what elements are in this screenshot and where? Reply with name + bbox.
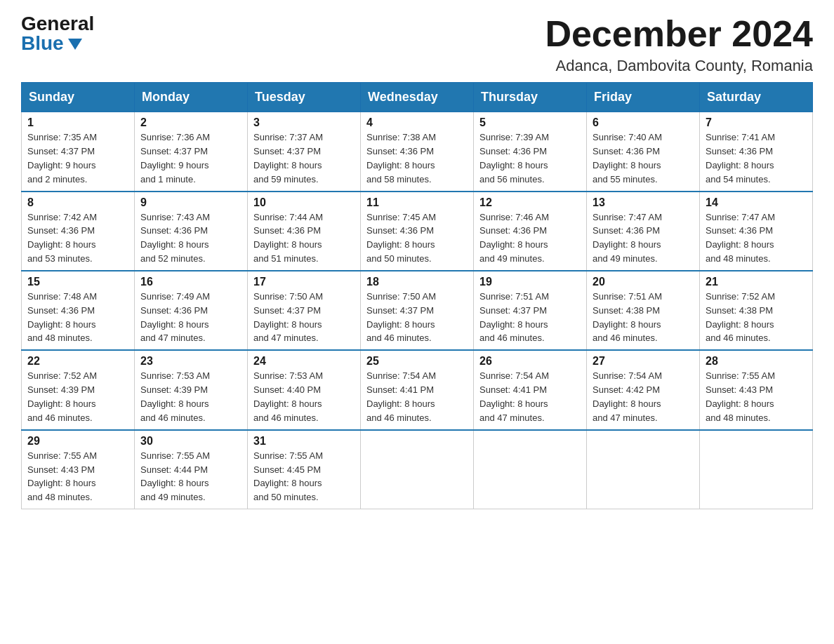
table-row: 24 Sunrise: 7:53 AMSunset: 4:40 PMDaylig… — [248, 350, 361, 429]
month-title: December 2024 — [545, 14, 813, 54]
day-info: Sunrise: 7:44 AMSunset: 4:36 PMDaylight:… — [253, 212, 323, 264]
calendar-header-row: Sunday Monday Tuesday Wednesday Thursday… — [22, 83, 813, 112]
day-info: Sunrise: 7:42 AMSunset: 4:36 PMDaylight:… — [27, 212, 97, 264]
header-monday: Monday — [135, 83, 248, 112]
table-row: 19 Sunrise: 7:51 AMSunset: 4:37 PMDaylig… — [474, 271, 587, 350]
day-number: 23 — [140, 355, 241, 368]
header-saturday: Saturday — [700, 83, 813, 112]
day-info: Sunrise: 7:43 AMSunset: 4:36 PMDaylight:… — [140, 212, 210, 264]
table-row: 25 Sunrise: 7:54 AMSunset: 4:41 PMDaylig… — [361, 350, 474, 429]
day-number: 25 — [366, 355, 468, 368]
day-info: Sunrise: 7:45 AMSunset: 4:36 PMDaylight:… — [366, 212, 436, 264]
day-info: Sunrise: 7:55 AMSunset: 4:44 PMDaylight:… — [140, 450, 210, 503]
header-tuesday: Tuesday — [248, 83, 361, 112]
table-row: 18 Sunrise: 7:50 AMSunset: 4:37 PMDaylig… — [361, 271, 474, 350]
table-row: 10 Sunrise: 7:44 AMSunset: 4:36 PMDaylig… — [248, 192, 361, 271]
calendar-week-row: 1 Sunrise: 7:35 AMSunset: 4:37 PMDayligh… — [22, 112, 813, 192]
table-row: 2 Sunrise: 7:36 AMSunset: 4:37 PMDayligh… — [135, 112, 248, 192]
day-info: Sunrise: 7:54 AMSunset: 4:41 PMDaylight:… — [479, 370, 549, 423]
table-row: 1 Sunrise: 7:35 AMSunset: 4:37 PMDayligh… — [22, 112, 135, 192]
table-row — [700, 430, 813, 509]
header-sunday: Sunday — [22, 83, 135, 112]
calendar-table: Sunday Monday Tuesday Wednesday Thursday… — [21, 82, 813, 509]
day-number: 13 — [593, 196, 694, 209]
day-number: 27 — [593, 355, 694, 368]
table-row: 23 Sunrise: 7:53 AMSunset: 4:39 PMDaylig… — [135, 350, 248, 429]
day-info: Sunrise: 7:52 AMSunset: 4:38 PMDaylight:… — [706, 291, 775, 344]
table-row: 14 Sunrise: 7:47 AMSunset: 4:36 PMDaylig… — [700, 192, 813, 271]
calendar-week-row: 29 Sunrise: 7:55 AMSunset: 4:43 PMDaylig… — [22, 430, 813, 509]
table-row: 8 Sunrise: 7:42 AMSunset: 4:36 PMDayligh… — [22, 192, 135, 271]
day-number: 1 — [27, 116, 128, 129]
day-number: 7 — [706, 116, 807, 129]
day-info: Sunrise: 7:47 AMSunset: 4:36 PMDaylight:… — [706, 212, 775, 264]
day-number: 14 — [706, 196, 807, 209]
day-number: 31 — [253, 435, 355, 448]
table-row: 13 Sunrise: 7:47 AMSunset: 4:36 PMDaylig… — [587, 192, 700, 271]
table-row: 28 Sunrise: 7:55 AMSunset: 4:43 PMDaylig… — [700, 350, 813, 429]
table-row: 6 Sunrise: 7:40 AMSunset: 4:36 PMDayligh… — [587, 112, 700, 192]
table-row: 30 Sunrise: 7:55 AMSunset: 4:44 PMDaylig… — [135, 430, 248, 509]
calendar-week-row: 22 Sunrise: 7:52 AMSunset: 4:39 PMDaylig… — [22, 350, 813, 429]
day-info: Sunrise: 7:47 AMSunset: 4:36 PMDaylight:… — [593, 212, 662, 264]
day-info: Sunrise: 7:55 AMSunset: 4:43 PMDaylight:… — [706, 370, 775, 423]
calendar-week-row: 8 Sunrise: 7:42 AMSunset: 4:36 PMDayligh… — [22, 192, 813, 271]
table-row: 9 Sunrise: 7:43 AMSunset: 4:36 PMDayligh… — [135, 192, 248, 271]
table-row: 4 Sunrise: 7:38 AMSunset: 4:36 PMDayligh… — [361, 112, 474, 192]
location-text: Adanca, Dambovita County, Romania — [545, 57, 813, 75]
day-info: Sunrise: 7:35 AMSunset: 4:37 PMDaylight:… — [27, 132, 97, 185]
logo-triangle-icon — [68, 39, 82, 50]
calendar-week-row: 15 Sunrise: 7:48 AMSunset: 4:36 PMDaylig… — [22, 271, 813, 350]
day-number: 22 — [27, 355, 128, 368]
header-wednesday: Wednesday — [361, 83, 474, 112]
logo-general-text: General — [21, 14, 94, 34]
table-row: 7 Sunrise: 7:41 AMSunset: 4:36 PMDayligh… — [700, 112, 813, 192]
day-number: 20 — [593, 276, 694, 288]
table-row — [361, 430, 474, 509]
day-info: Sunrise: 7:49 AMSunset: 4:36 PMDaylight:… — [140, 291, 210, 344]
day-number: 29 — [27, 435, 128, 448]
day-info: Sunrise: 7:41 AMSunset: 4:36 PMDaylight:… — [706, 132, 775, 185]
day-number: 10 — [253, 196, 355, 209]
day-info: Sunrise: 7:37 AMSunset: 4:37 PMDaylight:… — [253, 132, 323, 185]
table-row — [474, 430, 587, 509]
table-row: 15 Sunrise: 7:48 AMSunset: 4:36 PMDaylig… — [22, 271, 135, 350]
day-number: 24 — [253, 355, 355, 368]
day-number: 17 — [253, 276, 355, 288]
day-number: 18 — [366, 276, 468, 288]
table-row: 5 Sunrise: 7:39 AMSunset: 4:36 PMDayligh… — [474, 112, 587, 192]
day-info: Sunrise: 7:54 AMSunset: 4:41 PMDaylight:… — [366, 370, 436, 423]
table-row: 3 Sunrise: 7:37 AMSunset: 4:37 PMDayligh… — [248, 112, 361, 192]
title-section: December 2024 Adanca, Dambovita County, … — [545, 14, 813, 75]
logo: General Blue — [21, 14, 94, 53]
day-number: 21 — [706, 276, 807, 288]
day-info: Sunrise: 7:55 AMSunset: 4:45 PMDaylight:… — [253, 450, 323, 503]
table-row: 27 Sunrise: 7:54 AMSunset: 4:42 PMDaylig… — [587, 350, 700, 429]
table-row: 12 Sunrise: 7:46 AMSunset: 4:36 PMDaylig… — [474, 192, 587, 271]
header-friday: Friday — [587, 83, 700, 112]
header-thursday: Thursday — [474, 83, 587, 112]
day-number: 11 — [366, 196, 468, 209]
day-number: 3 — [253, 116, 355, 129]
table-row: 16 Sunrise: 7:49 AMSunset: 4:36 PMDaylig… — [135, 271, 248, 350]
day-number: 8 — [27, 196, 128, 209]
table-row: 21 Sunrise: 7:52 AMSunset: 4:38 PMDaylig… — [700, 271, 813, 350]
day-number: 9 — [140, 196, 241, 209]
day-info: Sunrise: 7:48 AMSunset: 4:36 PMDaylight:… — [27, 291, 97, 344]
day-number: 4 — [366, 116, 468, 129]
day-number: 15 — [27, 276, 128, 288]
table-row: 29 Sunrise: 7:55 AMSunset: 4:43 PMDaylig… — [22, 430, 135, 509]
day-number: 26 — [479, 355, 581, 368]
day-number: 16 — [140, 276, 241, 288]
day-info: Sunrise: 7:54 AMSunset: 4:42 PMDaylight:… — [593, 370, 662, 423]
day-info: Sunrise: 7:46 AMSunset: 4:36 PMDaylight:… — [479, 212, 549, 264]
day-info: Sunrise: 7:51 AMSunset: 4:38 PMDaylight:… — [593, 291, 662, 344]
day-info: Sunrise: 7:50 AMSunset: 4:37 PMDaylight:… — [253, 291, 323, 344]
day-number: 5 — [479, 116, 581, 129]
day-info: Sunrise: 7:51 AMSunset: 4:37 PMDaylight:… — [479, 291, 549, 344]
table-row: 31 Sunrise: 7:55 AMSunset: 4:45 PMDaylig… — [248, 430, 361, 509]
day-info: Sunrise: 7:52 AMSunset: 4:39 PMDaylight:… — [27, 370, 97, 423]
day-number: 2 — [140, 116, 241, 129]
day-info: Sunrise: 7:53 AMSunset: 4:39 PMDaylight:… — [140, 370, 210, 423]
day-info: Sunrise: 7:36 AMSunset: 4:37 PMDaylight:… — [140, 132, 210, 185]
